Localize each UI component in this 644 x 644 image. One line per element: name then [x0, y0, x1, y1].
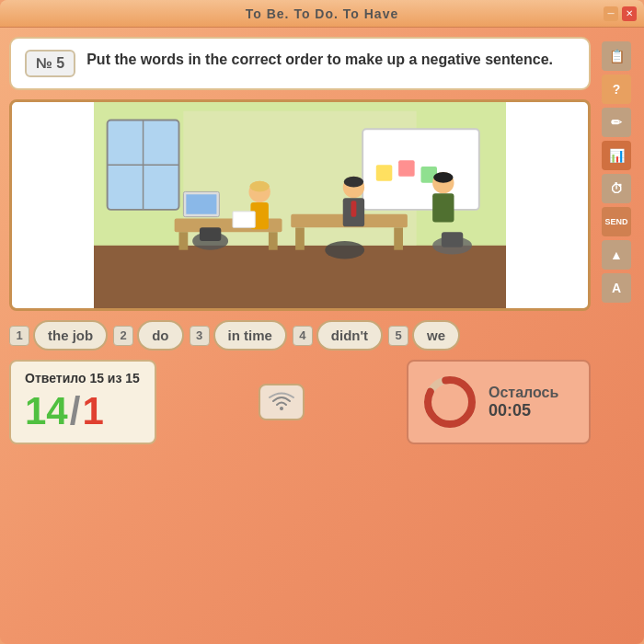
- window-controls: ─ ✕: [604, 6, 637, 21]
- svg-point-21: [249, 181, 269, 192]
- wifi-icon: [269, 392, 294, 412]
- instruction-box: № 5 Put the words in the correct order t…: [9, 37, 591, 90]
- svg-rect-27: [432, 193, 454, 222]
- word-buttons-row: 1the job2do3in time4didn't5we: [9, 320, 591, 351]
- svg-rect-12: [179, 232, 189, 249]
- office-illustration: [12, 102, 588, 308]
- svg-point-25: [344, 177, 363, 188]
- word-item-3: 3in time: [190, 320, 287, 351]
- sidebar-edit-button[interactable]: ✏: [602, 108, 631, 137]
- question-number: № 5: [25, 50, 75, 77]
- title-bar: To Be. To Do. To Have ─ ✕: [0, 0, 644, 28]
- total-count: 15: [125, 371, 140, 385]
- timer-box: Осталось 00:05: [407, 360, 591, 444]
- svg-rect-18: [200, 227, 221, 241]
- word-number-1: 1: [9, 326, 29, 346]
- stats-box: Ответило 15 из 15 14 / 1: [9, 360, 156, 444]
- sidebar-help-button[interactable]: ?: [602, 75, 631, 104]
- score-incorrect: 1: [82, 389, 103, 433]
- sidebar-chart-button[interactable]: 📊: [602, 141, 631, 170]
- sidebar-up-button[interactable]: ▲: [602, 240, 631, 270]
- main-window: To Be. To Do. To Have ─ ✕ № 5 Put the wo…: [0, 0, 644, 644]
- answered-count: 15: [89, 371, 104, 385]
- word-button-5[interactable]: we: [412, 320, 460, 351]
- instruction-text: Put the words in the correct order to ma…: [86, 50, 553, 70]
- svg-rect-1: [94, 246, 506, 308]
- svg-rect-24: [351, 201, 357, 217]
- score-slash: /: [70, 389, 81, 433]
- svg-rect-34: [233, 212, 255, 228]
- sidebar-send-button[interactable]: SEND: [602, 207, 631, 236]
- minimize-button[interactable]: ─: [604, 6, 618, 21]
- timer-value: 00:05: [489, 401, 558, 420]
- svg-rect-16: [394, 227, 403, 249]
- timer-label: Осталось: [489, 385, 558, 401]
- svg-rect-15: [295, 227, 305, 249]
- sidebar-timer-button[interactable]: ⏱: [602, 174, 631, 203]
- sidebar-copy-button[interactable]: 📋: [602, 41, 631, 71]
- close-button[interactable]: ✕: [622, 6, 637, 21]
- word-number-5: 5: [388, 326, 408, 346]
- window-title: To Be. To Do. To Have: [246, 6, 398, 21]
- bottom-row: Ответило 15 из 15 14 / 1: [9, 360, 591, 444]
- scene-image: [9, 99, 591, 311]
- main-content: № 5 Put the words in the correct order t…: [0, 28, 644, 644]
- word-button-1[interactable]: the job: [33, 320, 108, 351]
- word-button-2[interactable]: do: [137, 320, 183, 351]
- svg-point-28: [433, 172, 453, 183]
- svg-rect-33: [186, 194, 216, 213]
- center-icon-area: [166, 360, 397, 444]
- word-item-4: 4didn't: [293, 320, 383, 351]
- svg-rect-8: [376, 165, 393, 181]
- svg-point-38: [435, 387, 465, 417]
- timer-donut: [422, 374, 477, 430]
- svg-point-35: [280, 407, 283, 410]
- word-button-3[interactable]: in time: [213, 320, 287, 351]
- stats-score: 14 / 1: [25, 389, 141, 433]
- left-panel: № 5 Put the words in the correct order t…: [9, 37, 591, 635]
- word-item-2: 2do: [113, 320, 183, 351]
- svg-point-29: [325, 241, 364, 259]
- sidebar-font-button[interactable]: A: [602, 273, 631, 303]
- wifi-button[interactable]: [259, 384, 305, 420]
- word-item-1: 1the job: [9, 320, 108, 351]
- svg-rect-13: [269, 232, 278, 249]
- word-number-4: 4: [293, 326, 313, 346]
- word-number-2: 2: [113, 326, 133, 346]
- svg-rect-9: [398, 160, 415, 177]
- timer-info: Осталось 00:05: [489, 385, 558, 420]
- score-correct: 14: [25, 389, 68, 433]
- word-number-3: 3: [190, 326, 210, 346]
- stats-label: Ответило 15 из 15: [25, 371, 141, 385]
- svg-rect-31: [442, 232, 463, 247]
- word-button-4[interactable]: didn't: [316, 320, 383, 351]
- word-item-5: 5we: [388, 320, 460, 351]
- right-sidebar: 📋 ? ✏ 📊 ⏱ SEND ▲ A: [598, 37, 635, 635]
